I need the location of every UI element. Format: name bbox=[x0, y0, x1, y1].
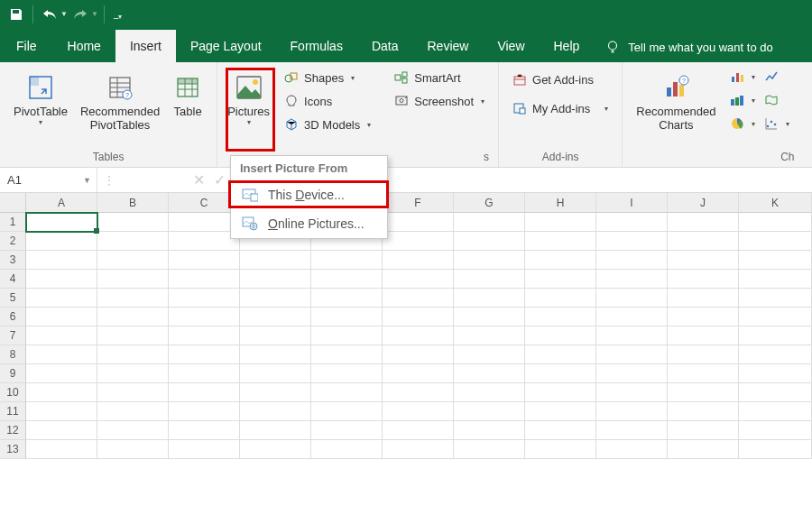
row-header[interactable]: 2 bbox=[0, 232, 26, 251]
cell[interactable] bbox=[454, 308, 525, 326]
row-header[interactable]: 13 bbox=[0, 440, 26, 459]
cell[interactable] bbox=[240, 270, 311, 289]
cell[interactable] bbox=[97, 364, 169, 383]
cell[interactable] bbox=[26, 232, 97, 251]
cell[interactable] bbox=[311, 289, 383, 308]
tab-file[interactable]: File bbox=[0, 30, 53, 62]
cell[interactable] bbox=[739, 440, 812, 459]
cell[interactable] bbox=[311, 440, 383, 459]
chart-pie-button[interactable]: ▾ bbox=[725, 115, 760, 133]
row-header[interactable]: 7 bbox=[0, 326, 26, 345]
cell[interactable] bbox=[26, 402, 97, 421]
column-header[interactable]: K bbox=[739, 193, 812, 213]
cell[interactable] bbox=[383, 251, 454, 270]
cell[interactable] bbox=[311, 364, 383, 383]
cell[interactable] bbox=[240, 289, 311, 308]
column-header[interactable]: J bbox=[668, 193, 739, 213]
cell[interactable] bbox=[97, 308, 169, 326]
cell[interactable] bbox=[169, 270, 240, 289]
cell[interactable] bbox=[169, 289, 240, 308]
cell[interactable] bbox=[525, 364, 596, 383]
cell[interactable] bbox=[668, 402, 739, 421]
recommended-charts-button[interactable]: ? Recommended Charts bbox=[630, 66, 722, 134]
cell[interactable] bbox=[525, 213, 596, 232]
cell[interactable] bbox=[525, 308, 596, 326]
cell[interactable] bbox=[596, 213, 668, 232]
cell[interactable] bbox=[26, 421, 97, 440]
column-header[interactable]: B bbox=[97, 193, 169, 213]
cell[interactable] bbox=[596, 232, 668, 251]
cell[interactable] bbox=[383, 421, 454, 440]
cell[interactable] bbox=[525, 289, 596, 308]
select-all-corner[interactable] bbox=[0, 193, 26, 213]
cell[interactable] bbox=[97, 326, 169, 345]
cell[interactable] bbox=[596, 383, 668, 402]
cell[interactable] bbox=[596, 308, 668, 326]
cell[interactable] bbox=[668, 383, 739, 402]
cell[interactable] bbox=[97, 345, 169, 364]
cell[interactable] bbox=[97, 289, 169, 308]
column-header[interactable]: H bbox=[525, 193, 596, 213]
cell[interactable] bbox=[596, 289, 668, 308]
cell[interactable] bbox=[739, 402, 812, 421]
cell[interactable] bbox=[525, 326, 596, 345]
cell[interactable] bbox=[240, 308, 311, 326]
cell[interactable] bbox=[596, 326, 668, 345]
cell[interactable] bbox=[97, 383, 169, 402]
my-addins-button[interactable]: My Add-ins▾ bbox=[506, 98, 614, 118]
pictures-button[interactable]: Pictures ▾ bbox=[221, 66, 276, 129]
cell[interactable] bbox=[383, 213, 454, 232]
cell[interactable] bbox=[739, 383, 812, 402]
cell[interactable] bbox=[525, 270, 596, 289]
cell[interactable] bbox=[525, 345, 596, 364]
cell[interactable] bbox=[454, 251, 525, 270]
row-header[interactable]: 8 bbox=[0, 345, 26, 364]
cell[interactable] bbox=[525, 402, 596, 421]
row-header[interactable]: 4 bbox=[0, 270, 26, 289]
screenshot-button[interactable]: Screenshot▾ bbox=[388, 91, 491, 111]
cell[interactable] bbox=[454, 383, 525, 402]
cell[interactable] bbox=[668, 364, 739, 383]
cell[interactable] bbox=[383, 326, 454, 345]
cell[interactable] bbox=[240, 345, 311, 364]
cell[interactable] bbox=[739, 421, 812, 440]
cell[interactable] bbox=[383, 402, 454, 421]
tab-home[interactable]: Home bbox=[53, 30, 115, 62]
cell[interactable] bbox=[383, 345, 454, 364]
spreadsheet-grid[interactable]: 12345678910111213 ABCDEFGHIJK bbox=[0, 193, 812, 459]
cell[interactable] bbox=[311, 270, 383, 289]
cell[interactable] bbox=[668, 289, 739, 308]
cell[interactable] bbox=[668, 440, 739, 459]
cell[interactable] bbox=[169, 308, 240, 326]
cell[interactable] bbox=[739, 364, 812, 383]
cell[interactable] bbox=[97, 232, 169, 251]
cell[interactable] bbox=[383, 440, 454, 459]
tell-me-search[interactable]: Tell me what you want to do bbox=[604, 39, 772, 62]
recommended-pivot-button[interactable]: ? Recommended PivotTables bbox=[74, 66, 166, 134]
cell[interactable] bbox=[311, 345, 383, 364]
cell[interactable] bbox=[596, 251, 668, 270]
undo-button[interactable] bbox=[39, 4, 60, 25]
save-button[interactable] bbox=[5, 4, 27, 25]
row-header[interactable]: 6 bbox=[0, 308, 26, 326]
row-header[interactable]: 11 bbox=[0, 402, 26, 421]
cell[interactable] bbox=[454, 232, 525, 251]
name-box[interactable]: A1 ▼ bbox=[0, 168, 97, 192]
pivot-table-button[interactable]: PivotTable ▾ bbox=[7, 66, 74, 129]
cell[interactable] bbox=[383, 364, 454, 383]
cell[interactable] bbox=[454, 421, 525, 440]
cell[interactable] bbox=[311, 402, 383, 421]
cell[interactable] bbox=[739, 251, 812, 270]
cell[interactable] bbox=[739, 232, 812, 251]
cell[interactable] bbox=[26, 270, 97, 289]
tab-data[interactable]: Data bbox=[357, 30, 413, 62]
cell[interactable] bbox=[383, 289, 454, 308]
cell[interactable] bbox=[668, 232, 739, 251]
cell[interactable] bbox=[454, 402, 525, 421]
row-header[interactable]: 10 bbox=[0, 383, 26, 402]
cell[interactable] bbox=[97, 421, 169, 440]
chart-column-button[interactable]: ▾ bbox=[725, 68, 760, 86]
cell[interactable] bbox=[26, 345, 97, 364]
chart-map-button[interactable] bbox=[760, 91, 794, 109]
tab-formulas[interactable]: Formulas bbox=[276, 30, 357, 62]
